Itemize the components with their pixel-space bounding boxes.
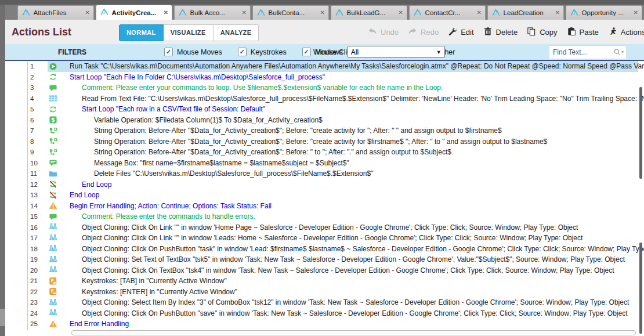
vertical-scrollbar-thumb-lower[interactable] — [639, 243, 642, 334]
checkbox-label: Keystrokes — [251, 48, 287, 56]
action-row[interactable]: 25 End Error Handling — [0, 319, 644, 330]
object-cloning-icon — [49, 244, 57, 253]
tab-label: Opportunity ... — [582, 9, 631, 16]
mode-button-visualize[interactable]: VISUALIZE — [164, 24, 214, 41]
button-label: Actions — [621, 28, 644, 37]
task-tab[interactable]: ActivityCrea... ✕ — [96, 5, 172, 20]
action-row[interactable]: 14 Begin Error Handling; Action: Continu… — [0, 201, 644, 212]
action-row[interactable]: 16 Object Cloning: Click On Link "" in w… — [0, 222, 644, 233]
action-row[interactable]: 17 Object Cloning: Click On Link "" in w… — [0, 233, 644, 244]
windows-dropdown[interactable]: All ▼ — [348, 46, 445, 58]
variable-icon: $ — [49, 115, 57, 124]
tab-label: BulkConta... — [269, 9, 317, 16]
action-text: Read From Text File: "C:\Users\vikas.m\D… — [82, 93, 644, 104]
close-icon[interactable]: ✕ — [320, 10, 325, 16]
button-label: Copy — [540, 28, 557, 37]
action-row[interactable]: 21 F Keystrokes: [TAB] in "Currently Act… — [0, 276, 644, 287]
chevron-down-icon: ▼ — [436, 49, 444, 55]
paste-button[interactable]: Paste — [567, 27, 599, 38]
delete-button[interactable]: Delete — [483, 27, 518, 38]
action-row[interactable]: 24 Object Cloning: Click On PushButton "… — [0, 308, 644, 319]
comment-icon — [49, 212, 57, 221]
button-label: Paste — [580, 28, 599, 37]
actions-toolbar: Actions List NORMALVISUALIZEANALYZE Undo… — [0, 20, 644, 44]
button-label: Redo — [421, 28, 439, 37]
action-text: Keystrokes: [TAB] in "Currently Active W… — [82, 276, 227, 287]
action-text: Object Cloning: Select Item By Index "3"… — [82, 297, 629, 308]
action-row[interactable]: 6 $ Variable Operation: $Filedata Column… — [0, 115, 644, 126]
automation-anywhere-window: AttachFiles ✕ ActivityCrea... ✕ Bulk Acc… — [0, 0, 644, 336]
checkbox[interactable]: ✓ — [164, 48, 173, 56]
action-row[interactable]: 23 Object Cloning: Select Item By Index … — [0, 297, 644, 308]
action-row[interactable]: 12 End Loop — [0, 179, 644, 190]
actions-button[interactable]: Actions — [608, 27, 644, 38]
task-tab[interactable]: BulkConta... ✕ — [252, 5, 329, 20]
task-tab[interactable]: Opportunity ... ✕ — [566, 5, 642, 20]
action-row[interactable]: 9 String Operation: Before-After "$Data_… — [0, 147, 644, 158]
line-number: 25 — [30, 319, 38, 330]
action-row[interactable]: 1 Run Task "C:\Users\vikas.m\Documents\A… — [0, 61, 644, 72]
action-row[interactable]: 10 Message Box: "first name=$firstname$l… — [0, 158, 644, 169]
close-icon[interactable]: ✕ — [634, 10, 638, 16]
automation-anywhere-logo-icon — [491, 9, 501, 17]
filters-label: FILTERS — [58, 48, 86, 56]
redo-button[interactable]: Redo — [408, 27, 439, 38]
action-row[interactable]: 11 Delete Files "C:\Users\vikas.m\Deskto… — [0, 168, 644, 179]
line-number: 1 — [30, 61, 34, 72]
action-text: Start Loop "Each row in a CSV/Text file … — [82, 104, 265, 115]
copy-button[interactable]: Copy — [527, 27, 557, 38]
checkbox[interactable]: ✓ — [238, 48, 247, 56]
task-tab-bar: AttachFiles ✕ ActivityCrea... ✕ Bulk Acc… — [0, 5, 644, 20]
find-text-box: ▾ — [549, 45, 627, 59]
actions-list: 1 Run Task "C:\Users\vikas.m\Documents\A… — [0, 61, 644, 336]
action-row[interactable]: 13 End Loop — [0, 190, 644, 201]
action-row[interactable]: 7 String Operation: Before-After "$Data_… — [0, 125, 644, 136]
close-icon[interactable]: ✕ — [164, 10, 168, 16]
action-row[interactable]: 4 Read From Text File: "C:\Users\vikas.m… — [0, 93, 644, 104]
line-number: 12 — [30, 179, 38, 190]
action-row[interactable]: 15 Comment: Please enter the commands to… — [0, 211, 644, 222]
action-row[interactable]: 3 Comment: Please enter your commands to… — [0, 82, 644, 93]
line-number: 20 — [30, 265, 38, 276]
action-text: End Error Handling — [70, 319, 129, 330]
task-tab[interactable]: BulkLeadG... ✕ — [331, 5, 407, 20]
line-number: 2 — [30, 72, 34, 83]
close-icon[interactable]: ✕ — [242, 10, 247, 16]
line-number: 19 — [30, 254, 38, 265]
comment-icon — [49, 84, 57, 92]
action-row[interactable]: 19 Object Cloning: Set Text of TextBox "… — [0, 254, 644, 265]
search-icon[interactable]: ▾ — [613, 48, 626, 56]
undo-button[interactable]: Undo — [368, 27, 399, 38]
action-row[interactable]: 22 F Keystrokes: [ENTER] in "Currently A… — [0, 287, 644, 298]
task-tab[interactable]: AttachFiles ✕ — [17, 5, 94, 20]
line-number: 16 — [30, 222, 38, 233]
action-row[interactable]: 18 Object Cloning: Click On PushButton "… — [0, 244, 644, 255]
action-text: Object Cloning: Click On PushButton "sav… — [82, 308, 628, 319]
line-number: 4 — [30, 93, 34, 104]
task-tab[interactable]: Bulk Acco... ✕ — [174, 5, 251, 20]
action-text: Begin Error Handling; Action: Continue; … — [70, 201, 272, 212]
line-number: 8 — [30, 136, 34, 147]
close-icon[interactable]: ✕ — [85, 10, 90, 16]
automation-anywhere-logo-icon — [21, 9, 31, 17]
automation-anywhere-logo-icon — [100, 8, 109, 17]
action-row[interactable]: 8 String Operation: Before-After "$Data_… — [0, 136, 644, 147]
object-cloning-icon — [49, 266, 57, 274]
action-row[interactable]: 2 Start Loop "Each File In Folder C:\Use… — [0, 72, 644, 83]
action-text: Start Loop "Each File In Folder C:\Users… — [70, 72, 325, 83]
mode-button-normal[interactable]: NORMAL — [119, 24, 164, 41]
action-row[interactable]: 5 Start Loop "Each row in a CSV/Text fil… — [0, 104, 644, 115]
redo-icon — [408, 27, 417, 38]
action-row[interactable]: 20 Object Cloning: Click On TextBox "tsk… — [0, 265, 644, 276]
horizontal-scrollbar[interactable] — [71, 330, 636, 335]
close-icon[interactable]: ✕ — [477, 10, 482, 16]
task-tab[interactable]: ContactCr... ✕ — [409, 5, 486, 20]
task-tab[interactable]: LeadCreation ✕ — [487, 5, 564, 20]
close-icon[interactable]: ✕ — [399, 10, 403, 16]
checkbox[interactable]: ✓ — [302, 48, 311, 56]
mode-button-analyze[interactable]: ANALYZE — [214, 24, 259, 41]
close-icon[interactable]: ✕ — [555, 10, 560, 16]
find-text-input[interactable] — [549, 46, 613, 58]
edit-button[interactable]: Edit — [448, 27, 473, 38]
vertical-scrollbar-thumb[interactable] — [639, 87, 642, 179]
